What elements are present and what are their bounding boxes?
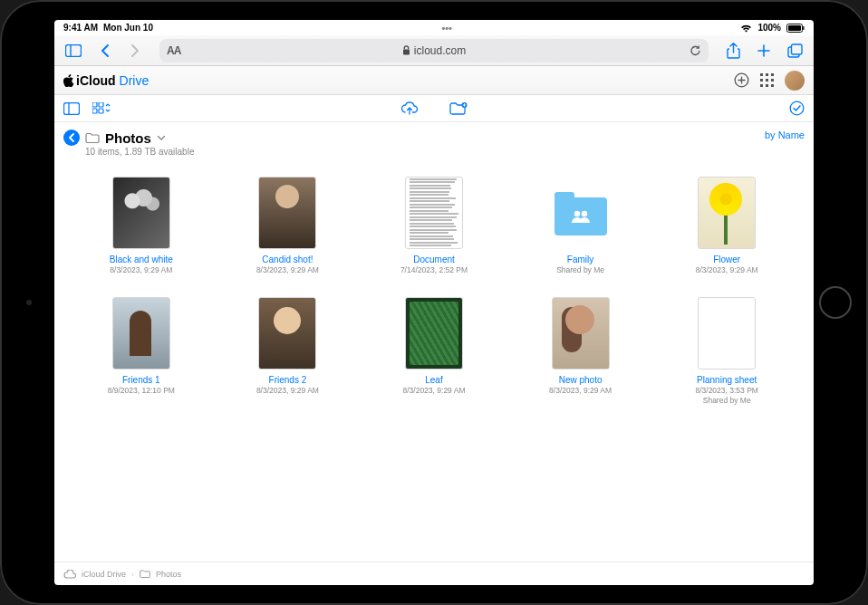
file-thumbnail[interactable]: [698, 297, 756, 370]
svg-rect-2: [803, 26, 804, 30]
content-area: Black and white8/3/2023, 9:29 AMCandid s…: [54, 160, 814, 562]
grid-item[interactable]: Leaf8/3/2023, 9:29 AM: [365, 297, 503, 406]
url-text: icloud.com: [414, 44, 466, 57]
item-meta: 8/3/2023, 9:29 AM: [549, 386, 612, 396]
item-meta: 8/3/2023, 9:29 AM: [256, 265, 319, 275]
apps-grid-button[interactable]: [760, 73, 774, 87]
status-handle: •••: [441, 23, 452, 34]
add-button[interactable]: [734, 72, 749, 88]
tabs-button[interactable]: [781, 39, 808, 62]
svg-point-32: [581, 211, 586, 216]
grid-item[interactable]: Friends 28/3/2023, 9:29 AM: [219, 297, 357, 406]
apple-logo-icon: [63, 74, 74, 87]
file-thumbnail[interactable]: [698, 177, 756, 249]
item-name: Friends 1: [122, 375, 160, 385]
ipad-frame: 9:41 AM Mon Jun 10 ••• 100%: [0, 0, 868, 605]
brand-drive-text: Drive: [120, 73, 149, 88]
new-tab-button[interactable]: [750, 39, 777, 62]
drive-toolbar: [54, 95, 814, 122]
item-meta: 7/14/2023, 2:52 PM: [400, 265, 468, 275]
file-thumbnail[interactable]: [112, 177, 170, 249]
icloud-header: iCloud Drive: [54, 66, 814, 95]
svg-rect-16: [766, 79, 768, 82]
svg-rect-25: [92, 109, 97, 113]
chevron-down-icon[interactable]: [157, 135, 166, 141]
safari-toolbar: AA icloud.com: [54, 35, 814, 66]
svg-rect-3: [66, 44, 82, 56]
home-button[interactable]: [819, 286, 852, 319]
item-name: Friends 2: [269, 375, 307, 385]
item-name: New photo: [559, 375, 603, 385]
item-meta: 8/3/2023, 3:53 PM: [695, 386, 757, 396]
folder-back-button[interactable]: [63, 130, 80, 146]
item-meta: 8/9/2023, 12:10 PM: [108, 386, 175, 396]
file-thumbnail[interactable]: [258, 297, 316, 370]
forward-button: [121, 39, 149, 62]
cloud-icon: [63, 570, 76, 579]
share-button[interactable]: [719, 39, 747, 62]
view-options-button[interactable]: [92, 102, 111, 115]
svg-rect-24: [99, 102, 103, 107]
file-thumbnail[interactable]: [405, 297, 463, 370]
file-thumbnail[interactable]: [112, 297, 170, 370]
svg-rect-19: [766, 84, 768, 87]
breadcrumb-current[interactable]: Photos: [156, 570, 181, 579]
front-camera: [26, 300, 32, 305]
status-bar: 9:41 AM Mon Jun 10 ••• 100%: [54, 20, 814, 35]
reload-button[interactable]: [690, 44, 701, 57]
item-name: Family: [567, 254, 593, 264]
svg-rect-23: [92, 102, 97, 107]
address-bar[interactable]: AA icloud.com: [159, 39, 709, 62]
svg-rect-8: [791, 44, 802, 54]
grid-item[interactable]: Planning sheet8/3/2023, 3:53 PMShared by…: [658, 297, 796, 406]
item-meta: 8/3/2023, 9:29 AM: [402, 386, 465, 396]
file-thumbnail[interactable]: [405, 177, 463, 249]
svg-rect-13: [766, 73, 768, 76]
file-thumbnail[interactable]: [552, 297, 610, 370]
grid-item[interactable]: Black and white8/3/2023, 9:29 AM: [72, 177, 210, 275]
grid-item[interactable]: Document7/14/2023, 2:52 PM: [365, 177, 503, 275]
svg-rect-18: [760, 84, 763, 87]
lock-icon: [402, 45, 410, 55]
item-name: Document: [413, 254, 455, 264]
svg-rect-26: [99, 109, 103, 113]
new-folder-button[interactable]: [449, 101, 468, 115]
back-button[interactable]: [91, 39, 118, 62]
wifi-icon: [740, 24, 752, 33]
sidebar-button[interactable]: [60, 39, 87, 62]
grid-item[interactable]: Friends 18/9/2023, 12:10 PM: [72, 297, 210, 406]
svg-point-30: [790, 101, 804, 115]
svg-rect-17: [771, 79, 774, 82]
item-meta: 8/3/2023, 9:29 AM: [696, 265, 758, 275]
sort-button[interactable]: by Name: [765, 130, 805, 140]
grid-item[interactable]: New photo8/3/2023, 9:29 AM: [512, 297, 650, 406]
item-meta: 8/3/2023, 9:29 AM: [110, 265, 172, 275]
item-meta: Shared by Me: [556, 265, 604, 275]
breadcrumb-sep: ›: [131, 570, 134, 579]
svg-rect-5: [403, 50, 410, 55]
grid-item[interactable]: Candid shot!8/3/2023, 9:29 AM: [219, 177, 357, 275]
svg-rect-15: [760, 79, 763, 82]
status-date: Mon Jun 10: [103, 23, 153, 33]
items-grid: Black and white8/3/2023, 9:29 AMCandid s…: [72, 177, 796, 406]
breadcrumb-bar: iCloud Drive › Photos: [54, 562, 814, 585]
account-avatar[interactable]: [785, 71, 805, 91]
folder-title[interactable]: Photos: [105, 130, 151, 146]
select-button[interactable]: [789, 101, 805, 116]
reader-mode-button[interactable]: AA: [167, 44, 180, 57]
screen: 9:41 AM Mon Jun 10 ••• 100%: [54, 20, 814, 585]
grid-item[interactable]: Flower8/3/2023, 9:29 AM: [658, 177, 796, 275]
brand-icloud-text: iCloud: [76, 73, 116, 88]
breadcrumb-root[interactable]: iCloud Drive: [82, 570, 126, 579]
upload-button[interactable]: [400, 101, 419, 115]
item-name: Leaf: [425, 375, 442, 385]
folder-header: Photos 10 items, 1.89 TB available by Na…: [54, 122, 814, 160]
svg-rect-14: [771, 73, 774, 76]
toggle-sidebar-button[interactable]: [63, 102, 80, 115]
status-time: 9:41 AM: [63, 23, 98, 33]
folder-subtitle: 10 items, 1.89 TB available: [85, 147, 194, 157]
grid-item[interactable]: FamilyShared by Me: [512, 177, 650, 275]
file-thumbnail[interactable]: [552, 177, 610, 249]
file-thumbnail[interactable]: [258, 177, 316, 249]
icloud-brand[interactable]: iCloud Drive: [63, 73, 149, 88]
